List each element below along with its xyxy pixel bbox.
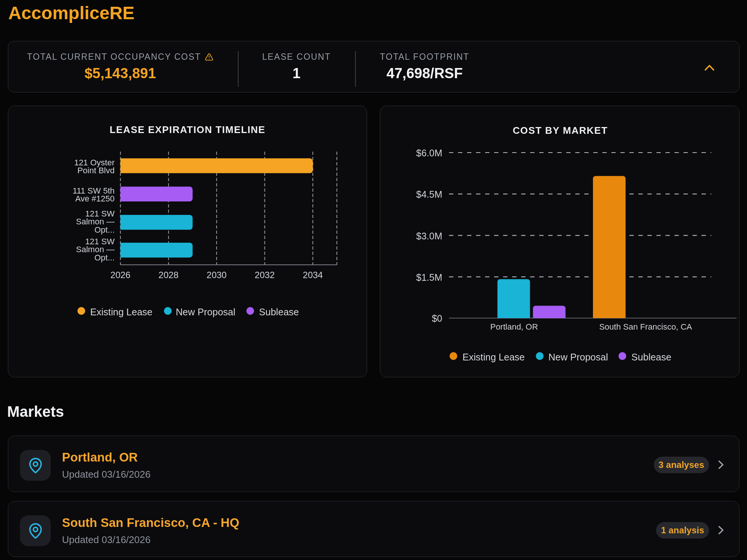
svg-text:2034: 2034: [303, 270, 323, 280]
svg-text:$6.0M: $6.0M: [416, 148, 442, 158]
svg-text:$4.5M: $4.5M: [416, 189, 442, 200]
svg-text:Point Blvd: Point Blvd: [77, 166, 115, 175]
svg-text:South San Francisco, CA: South San Francisco, CA: [599, 322, 692, 331]
svg-text:LEASE EXPIRATION TIMELINE: LEASE EXPIRATION TIMELINE: [110, 124, 265, 135]
svg-text:Opt...: Opt...: [94, 253, 115, 262]
svg-text:2032: 2032: [255, 270, 275, 280]
svg-text:2026: 2026: [110, 270, 130, 280]
svg-text:Sublease: Sublease: [631, 352, 671, 362]
svg-text:Sublease: Sublease: [259, 307, 299, 317]
svg-text:$1.5M: $1.5M: [416, 272, 442, 283]
svg-text:2030: 2030: [207, 270, 227, 280]
svg-text:2028: 2028: [159, 270, 178, 280]
svg-text:Portland, OR: Portland, OR: [490, 322, 538, 331]
svg-text:$3.0M: $3.0M: [416, 231, 442, 241]
svg-text:Ave #1250: Ave #1250: [75, 194, 115, 203]
svg-text:Opt...: Opt...: [94, 225, 115, 235]
svg-text:$0: $0: [432, 313, 442, 324]
svg-text:COST BY MARKET: COST BY MARKET: [513, 125, 608, 136]
svg-text:Existing Lease: Existing Lease: [463, 352, 525, 362]
svg-text:Existing Lease: Existing Lease: [90, 307, 153, 317]
svg-text:New Proposal: New Proposal: [548, 352, 608, 362]
svg-text:New Proposal: New Proposal: [176, 307, 236, 317]
